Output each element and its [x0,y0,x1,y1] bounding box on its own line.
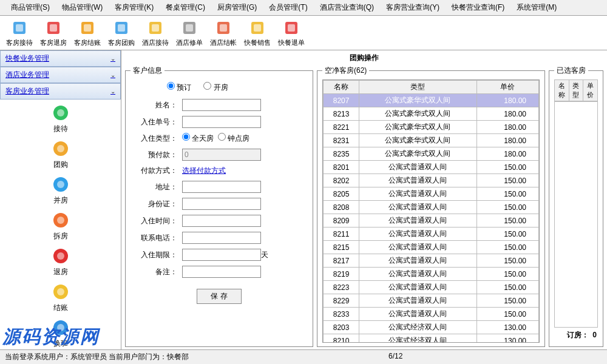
toolbar-icon [44,18,63,38]
table-row[interactable]: 8223公寓式普通双人间150.00 [324,281,539,294]
rooms-table-scroll[interactable]: 名称类型单价 8207公寓式豪华式双人间180.008213公寓式豪华式双人间1… [322,79,540,343]
col-header[interactable]: 名称 [324,81,359,94]
sel-col-header: 单价 [583,80,598,101]
booking-count: 订房： 0 [554,328,598,343]
menu-item-9[interactable]: 系统管理(M) [510,1,563,14]
toolbar-btn-8[interactable]: 快餐退单 [274,17,308,49]
toolbar-label: 客房接待 [6,38,33,47]
duration-input[interactable] [182,249,261,261]
nav-icon [50,246,72,266]
form-label: 入住期限： [131,250,182,260]
table-row[interactable]: 8207公寓式豪华式双人间180.00 [324,94,539,107]
toolbar-icon [214,18,233,38]
page-title: 团购操作 [121,50,607,66]
toolbar-label: 客房团购 [108,38,135,47]
text-input-6[interactable] [182,198,261,210]
table-row[interactable]: 8211公寓式普通双人间150.00 [324,228,539,241]
svg-rect-11 [186,24,193,32]
toolbar-label: 酒店结帐 [210,38,237,47]
accordion-hdr-1[interactable]: 酒店业务管理⌄ [0,67,121,83]
toolbar-btn-4[interactable]: 酒店接待 [138,17,172,49]
toolbar-btn-2[interactable]: 客房结账 [70,17,104,49]
accordion-hdr-0[interactable]: 快餐业务管理⌄ [0,50,121,67]
save-button[interactable]: 保 存 [197,289,241,304]
table-row[interactable]: 8209公寓式普通双人间150.00 [324,214,539,228]
nav-item-3[interactable]: 拆房 [0,207,121,243]
nav-item-6[interactable]: 换班 [0,314,121,349]
toolbar-btn-6[interactable]: 酒店结帐 [206,17,240,49]
text-input-8[interactable] [182,232,261,244]
menu-item-4[interactable]: 厨房管理(G) [211,1,263,14]
nav-icon [50,103,72,123]
nav-item-1[interactable]: 团购 [0,135,121,171]
col-header[interactable]: 单价 [476,81,538,94]
table-row[interactable]: 8215公寓式普通双人间150.00 [324,241,539,254]
payment-link[interactable]: 选择付款方式 [182,166,226,176]
table-row[interactable]: 8201公寓式普通双人间150.00 [324,161,539,174]
nav-icon [50,175,72,194]
main-area: 快餐业务管理⌄酒店业务管理⌄客房业务管理⌄ 接待团购并房拆房退房结账换班 团购操… [0,50,607,349]
radio-fullday[interactable]: 全天房 [182,133,214,144]
text-input-5[interactable] [182,181,261,193]
toolbar-label: 酒店修单 [176,38,203,47]
table-row[interactable]: 8202公寓式普通双人间150.00 [324,174,539,187]
table-row[interactable]: 8205公寓式普通双人间150.00 [324,187,539,201]
radio-hourly[interactable]: 钟点房 [218,133,249,144]
menu-item-1[interactable]: 物品管理(W) [56,1,109,14]
nav-item-0[interactable]: 接待 [0,99,121,135]
form-row-3: 预付款： [131,149,308,161]
toolbar-btn-0[interactable]: 客房接待 [2,17,36,49]
table-row[interactable]: 8213公寓式豪华式双人间180.00 [324,107,539,121]
rooms-fieldset: 空净客房(62) 名称类型单价 8207公寓式豪华式双人间180.008213公… [317,66,545,347]
svg-point-19 [57,109,64,116]
text-input-0[interactable] [182,99,261,111]
menu-item-6[interactable]: 酒店营业查询(Q) [314,1,380,14]
svg-point-23 [57,181,64,188]
table-row[interactable]: 8219公寓式普通双人间150.00 [324,268,539,281]
toolbar-icon [112,18,131,38]
table-row[interactable]: 8233公寓式普通双人间150.00 [324,308,539,321]
text-input-10[interactable] [182,266,261,278]
menu-item-7[interactable]: 客房营业查询(Y) [380,1,446,14]
table-row[interactable]: 8210公寓式经济双人间130.00 [324,334,539,343]
col-header[interactable]: 类型 [359,81,477,94]
svg-rect-17 [288,24,295,32]
nav-item-2[interactable]: 并房 [0,171,121,207]
accordion-hdr-2[interactable]: 客房业务管理⌄ [0,83,121,99]
statusbar: 当前登录系统用户：系统管理员 当前用户部门为：快餐部 6/12 [0,349,607,364]
toolbar-btn-5[interactable]: 酒店修单 [172,17,206,49]
table-row[interactable]: 8235公寓式豪华式双人间180.00 [324,147,539,161]
table-row[interactable]: 8217公寓式普通双人间150.00 [324,254,539,268]
form-label: 联系电话： [131,233,182,243]
text-input-7[interactable] [182,215,261,227]
menu-item-8[interactable]: 快餐营业查询(F) [446,1,510,14]
sidebar: 快餐业务管理⌄酒店业务管理⌄客房业务管理⌄ 接待团购并房拆房退房结账换班 [0,50,121,349]
toolbar-icon [180,18,199,38]
menu-item-3[interactable]: 餐桌管理(C) [160,1,211,14]
menu-item-2[interactable]: 客房管理(K) [109,1,160,14]
table-row[interactable]: 8221公寓式豪华式双人间180.00 [324,121,539,134]
selected-table: 名称类型单价 [554,79,598,101]
table-row[interactable]: 8208公寓式普通双人间150.00 [324,201,539,214]
radio-checkin[interactable]: 开房 [203,82,228,93]
radio-booking[interactable]: 预订 [167,82,191,93]
svg-rect-5 [84,24,91,32]
toolbar-btn-7[interactable]: 快餐销售 [240,17,274,49]
table-row[interactable]: 8203公寓式经济双人间130.00 [324,321,539,334]
form-label: 付款方式： [131,166,182,176]
text-input-1[interactable] [182,116,261,128]
toolbar: 客房接待客房退房客房结账客房团购酒店接待酒店修单酒店结帐快餐销售快餐退单 [0,16,607,50]
nav-label: 结账 [53,303,68,313]
svg-point-21 [57,145,64,152]
table-row[interactable]: 8229公寓式普通双人间150.00 [324,294,539,308]
nav-label: 并房 [53,195,68,206]
table-row[interactable]: 8231公寓式豪华式双人间180.00 [324,134,539,147]
form-row-6: 身份证： [131,198,308,210]
menu-item-5[interactable]: 会员管理(T) [263,1,313,14]
toolbar-btn-3[interactable]: 客房团购 [104,17,138,49]
nav-item-4[interactable]: 退房 [0,243,121,278]
nav-label: 团购 [53,160,68,170]
menu-item-0[interactable]: 商品管理(S) [5,1,56,14]
toolbar-btn-1[interactable]: 客房退房 [36,17,70,49]
nav-item-5[interactable]: 结账 [0,278,121,314]
